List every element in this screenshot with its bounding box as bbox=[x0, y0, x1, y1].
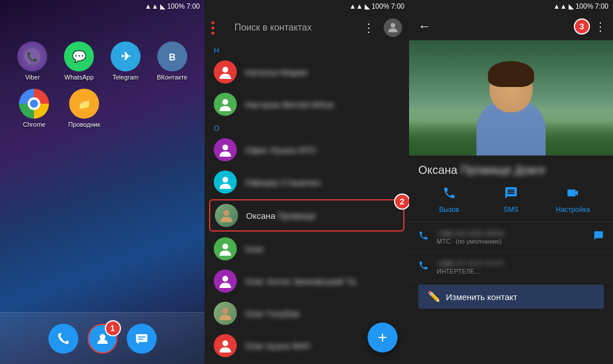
contact-avatar bbox=[214, 334, 237, 357]
whatsapp-label: WhatsApp bbox=[65, 74, 94, 81]
contact-name: Офис Лушка МТС bbox=[245, 145, 400, 155]
phone-number-1: +380 XX XXX XXXX bbox=[437, 229, 585, 238]
contact-row-oksana[interactable]: Оксана Прізвище 2 bbox=[209, 199, 404, 232]
svg-point-13 bbox=[222, 145, 228, 150]
viber-app-icon[interactable]: 📞 Viber bbox=[12, 41, 54, 81]
contact-name: Настрою Витriel Whoa bbox=[245, 100, 400, 109]
svg-point-16 bbox=[222, 244, 228, 249]
contact-row[interactable]: Олег bbox=[205, 362, 409, 364]
wifi-icon-3: ◣ bbox=[569, 2, 574, 10]
battery-label-3: 100% bbox=[576, 2, 593, 10]
sms-icon bbox=[504, 186, 518, 203]
telegram-app-icon[interactable]: ✈ Telegram bbox=[105, 41, 147, 81]
files-app-icon[interactable]: 📁 Проводник bbox=[62, 89, 107, 128]
whatsapp-app-icon[interactable]: 💬 WhatsApp bbox=[58, 41, 100, 81]
svg-text:В: В bbox=[169, 52, 176, 62]
call-icon bbox=[442, 186, 456, 203]
contact-avatar bbox=[214, 302, 237, 325]
edit-contact-button[interactable]: ✏️ Изменить контакт bbox=[418, 285, 604, 309]
dock-phone-button[interactable] bbox=[48, 324, 78, 354]
sms-action-button[interactable]: SMS bbox=[491, 186, 531, 214]
contact-avatar bbox=[214, 138, 237, 161]
step-badge-2: 2 bbox=[394, 194, 409, 210]
svg-text:💬: 💬 bbox=[72, 50, 86, 63]
phone-label-2: ИНТЕРТЕЛЕ... bbox=[437, 268, 604, 275]
time-label-2: 7:00 bbox=[391, 2, 404, 10]
signal-icon-3: ▲▲ bbox=[553, 2, 567, 10]
detail-toolbar: ← 3 ⋮ bbox=[409, 13, 613, 40]
contact-photo bbox=[409, 40, 613, 156]
signal-icon: ▲▲ bbox=[145, 2, 158, 10]
phone-info-1: +380 XX XXX XXXX МТС · (по умолчанию) bbox=[437, 229, 585, 245]
wifi-icon-2: ◣ bbox=[365, 2, 370, 10]
dock-contacts-button[interactable]: 1 bbox=[88, 324, 118, 354]
time-label-1: 7:00 bbox=[187, 2, 200, 10]
edit-icon: ✏️ bbox=[427, 290, 440, 303]
dock-messages-button[interactable] bbox=[127, 324, 157, 354]
contact-name: Олег Антон Зинковський Та. bbox=[245, 276, 400, 286]
vk-app-icon[interactable]: В ВКонтакте bbox=[151, 41, 193, 81]
profile-avatar[interactable] bbox=[384, 18, 402, 37]
svg-point-10 bbox=[391, 23, 395, 28]
add-contact-fab[interactable]: + bbox=[368, 323, 398, 352]
contact-avatar bbox=[214, 237, 237, 260]
contact-row[interactable]: Офис Лушка МТС bbox=[205, 134, 409, 166]
menu-dot-3 bbox=[211, 32, 214, 35]
viber-icon: 📞 bbox=[17, 41, 47, 71]
contact-name: Олег Голубов bbox=[245, 309, 400, 318]
contacts-list[interactable]: Н Наталья Мария Настрою Витriel Whoa О О… bbox=[205, 43, 409, 364]
contact-row[interactable]: Настрою Витriel Whoa bbox=[205, 88, 409, 120]
contact-row[interactable]: Олег bbox=[205, 233, 409, 265]
more-button-2[interactable]: ⋮ bbox=[361, 18, 377, 37]
files-icon: 📁 bbox=[69, 89, 99, 119]
contact-row[interactable]: Наталья Мария bbox=[205, 56, 409, 88]
toolbar-right: 3 ⋮ bbox=[574, 18, 606, 35]
contact-name: Олег bbox=[245, 244, 400, 254]
contact-row[interactable]: Офицер Сташенко bbox=[205, 166, 409, 198]
contacts-list-panel: ▲▲ ◣ 100% 7:00 Поиск в контактах ⋮ Н Нат… bbox=[205, 0, 409, 364]
settings-label: Настройка bbox=[556, 206, 590, 214]
back-button[interactable]: ← bbox=[416, 17, 433, 36]
contact-avatar bbox=[214, 270, 237, 293]
call-label: Вызов bbox=[439, 206, 459, 214]
svg-text:✈: ✈ bbox=[120, 50, 130, 63]
step-badge-3: 3 bbox=[574, 18, 590, 35]
svg-text:📁: 📁 bbox=[78, 98, 91, 111]
signal-icon-2: ▲▲ bbox=[349, 2, 363, 10]
call-action-button[interactable]: Вызов bbox=[429, 186, 470, 214]
svg-point-15 bbox=[224, 210, 230, 216]
search-placeholder[interactable]: Поиск в контактах bbox=[234, 22, 354, 33]
phone-number-2: +380 YY YYY YYYY bbox=[437, 259, 604, 268]
more-button-3[interactable]: ⋮ bbox=[595, 20, 606, 33]
contact-avatar bbox=[214, 93, 237, 116]
svg-text:📞: 📞 bbox=[27, 51, 38, 62]
menu-button[interactable] bbox=[211, 20, 228, 36]
step-badge-1: 1 bbox=[105, 320, 121, 336]
svg-point-6 bbox=[100, 334, 105, 340]
chrome-app-icon[interactable]: Chrome bbox=[12, 89, 57, 128]
contact-avatar bbox=[214, 170, 237, 194]
dock: 1 bbox=[0, 312, 205, 364]
contact-detail-panel: ▲▲ ◣ 100% 7:00 ← 3 ⋮ Оксана Пріз bbox=[409, 0, 613, 364]
message-icon-1[interactable] bbox=[593, 230, 604, 244]
phone-label-1: МТС · (по умолчанию) bbox=[437, 238, 585, 245]
contact-row[interactable]: Олег Антон Зинковський Та. bbox=[205, 265, 409, 297]
phone-icon-2 bbox=[418, 260, 429, 274]
svg-point-14 bbox=[222, 177, 228, 183]
contacts-toolbar: Поиск в контактах ⋮ bbox=[205, 13, 409, 43]
status-icons-1: ▲▲ ◣ 100% 7:00 bbox=[145, 2, 200, 10]
contact-avatar-oksana bbox=[215, 204, 238, 227]
chrome-icon bbox=[19, 89, 49, 119]
section-letter-н: Н bbox=[205, 43, 409, 56]
battery-label-2: 100% bbox=[372, 2, 389, 10]
svg-point-18 bbox=[222, 308, 229, 314]
phone-row-2: +380 YY YYY YYYY ИНТЕРТЕЛЕ... bbox=[409, 252, 613, 282]
time-label-3: 7:00 bbox=[595, 2, 608, 10]
whatsapp-icon: 💬 bbox=[64, 41, 94, 71]
contact-name: Офицер Сташенко bbox=[245, 177, 400, 187]
svg-point-12 bbox=[222, 99, 228, 105]
status-bar-2: ▲▲ ◣ 100% 7:00 bbox=[205, 0, 409, 13]
battery-label: 100% bbox=[167, 2, 185, 10]
app-grid: 📞 Viber 💬 WhatsApp ✈ Telegram В ВКонтакт… bbox=[0, 24, 205, 86]
settings-action-button[interactable]: Настройка bbox=[553, 186, 593, 214]
